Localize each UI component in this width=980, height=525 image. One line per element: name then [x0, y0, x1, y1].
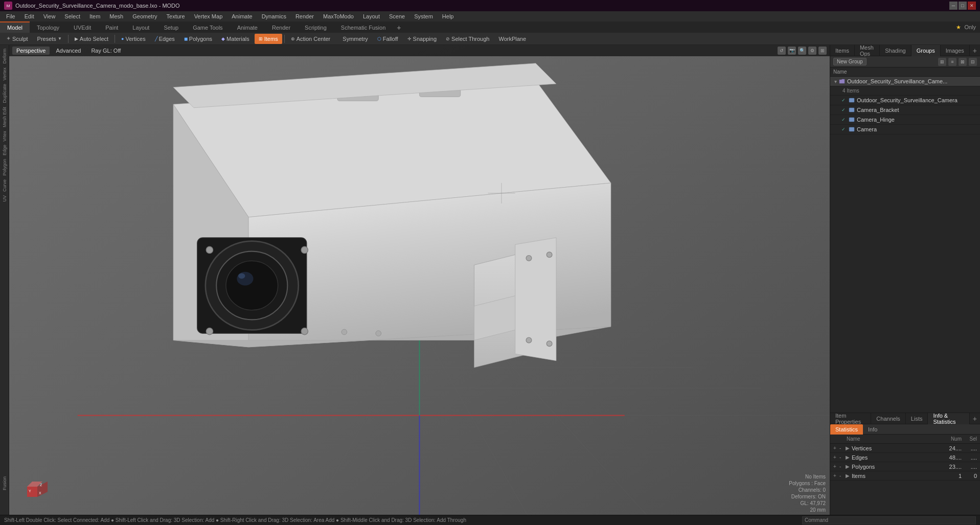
add-panel-tab[interactable]: + [970, 45, 980, 56]
vp-tab-advanced[interactable]: Advanced [52, 47, 85, 55]
materials-button[interactable]: ◆ Materials [217, 34, 254, 44]
3d-viewport[interactable]: Perspective Advanced Ray GL: Off ↺ 📷 🔍 ⚙… [9, 45, 830, 515]
snapping-button[interactable]: ✛ Snapping [403, 34, 441, 44]
menu-help[interactable]: Help [438, 12, 458, 20]
group-item-1[interactable]: ✓ Outdoor_Security_Surveillance_Camera [830, 96, 980, 105]
close-button[interactable]: ✕ [968, 2, 976, 10]
tab-animate[interactable]: Animate [230, 21, 265, 33]
edges-button[interactable]: ╱ Edges [151, 34, 179, 44]
action-center-button[interactable]: ⊕ Action Center [287, 34, 335, 44]
stats-edges-row[interactable]: + - ▶ Edges 48.... .... [830, 453, 980, 462]
menu-texture[interactable]: Texture [163, 12, 189, 20]
sidebar-mesh-edit[interactable]: Mesh Edit [2, 105, 8, 129]
stats-chevron-edges[interactable]: ▶ [846, 454, 852, 460]
sidebar-duplicate[interactable]: Duplicate [2, 82, 8, 105]
stats-chevron-polygons[interactable]: ▶ [846, 464, 852, 469]
menu-geometry[interactable]: Geometry [128, 12, 161, 20]
tab-item-properties[interactable]: Item Properties [830, 413, 871, 424]
vp-tab-raygl[interactable]: Ray GL: Off [87, 47, 125, 55]
polygons-button[interactable]: ◼ Polygons [180, 34, 216, 44]
new-group-button[interactable]: New Group [833, 58, 867, 65]
command-input[interactable]: Command [802, 516, 976, 524]
stats-chevron-vertices[interactable]: ▶ [846, 445, 852, 451]
sidebar-vertex[interactable]: Vertex [2, 66, 8, 82]
check-icon-4[interactable]: ✓ [840, 126, 847, 132]
check-icon-3[interactable]: ✓ [840, 117, 847, 123]
stats-expand-items[interactable]: + [833, 473, 839, 478]
menu-vertex-map[interactable]: Vertex Map [190, 12, 227, 20]
check-icon-2[interactable]: ✓ [840, 107, 847, 113]
menu-select[interactable]: Select [60, 12, 84, 20]
stats-arrow-edges[interactable]: - [839, 454, 846, 460]
tab-scripting[interactable]: Scripting [298, 21, 334, 33]
vp-icon-settings[interactable]: ⚙ [808, 47, 816, 55]
select-through-button[interactable]: ⊘ Select Through [442, 34, 493, 44]
auto-select-button[interactable]: ▶ Auto Select [71, 34, 112, 44]
menu-edit[interactable]: Edit [20, 12, 38, 20]
group-item-2[interactable]: ✓ Camera_Bracket [830, 105, 980, 115]
tab-info-statistics[interactable]: Info & Statistics [928, 413, 969, 424]
menu-maxtomode[interactable]: MaxToModo [319, 12, 358, 20]
check-icon-1[interactable]: ✓ [840, 97, 847, 103]
menu-layout[interactable]: Layout [359, 12, 384, 20]
falloff-button[interactable]: ⬡ Falloff [373, 34, 402, 44]
tab-items[interactable]: Items [830, 45, 855, 56]
sidebar-deform[interactable]: Deform [2, 47, 8, 65]
workplane-button[interactable]: WorkPlane [494, 34, 530, 44]
tab-shading[interactable]: Shading [880, 45, 911, 56]
menu-dynamics[interactable]: Dynamics [258, 12, 290, 20]
sculpt-button[interactable]: ✦ Sculpt [2, 34, 32, 44]
tab-images[interactable]: Images [941, 45, 970, 56]
minimize-button[interactable]: ─ [949, 2, 958, 10]
menu-mesh[interactable]: Mesh [105, 12, 127, 20]
symmetry-button[interactable]: Symmetry [335, 34, 372, 44]
stats-arrow-polygons[interactable]: - [839, 464, 846, 469]
vp-icon-expand[interactable]: ⊞ [818, 47, 827, 55]
tab-add[interactable]: + [393, 21, 405, 33]
tab-groups[interactable]: Groups [911, 45, 941, 56]
vertices-button[interactable]: ● Vertices [117, 34, 150, 44]
group-root[interactable]: ▾ Outdoor_Security_Surveillance_Came... [830, 77, 980, 86]
stats-arrow-items[interactable]: - [839, 473, 846, 478]
group-item-3[interactable]: ✓ Camera_Hinge [830, 115, 980, 125]
sidebar-polygon[interactable]: Polygon [2, 157, 8, 177]
items-button[interactable]: ⊞ Items [255, 34, 282, 44]
tab-game-tools[interactable]: Game Tools [186, 21, 230, 33]
sidebar-vertex2[interactable]: Vrtex [2, 129, 8, 143]
sidebar-edge[interactable]: Edge [2, 143, 8, 157]
add-bottom-tab[interactable]: + [970, 414, 980, 424]
tab-lists[interactable]: Lists [906, 413, 928, 424]
menu-scene[interactable]: Scene [385, 12, 409, 20]
stats-expand-vertices[interactable]: + [833, 445, 839, 451]
maximize-button[interactable]: □ [959, 2, 967, 10]
stats-subtab-statistics[interactable]: Statistics [830, 424, 863, 435]
sidebar-fusion[interactable]: Fusion [2, 475, 8, 492]
tab-render[interactable]: Render [265, 21, 298, 33]
stats-chevron-items[interactable]: ▶ [846, 473, 852, 478]
vp-tab-perspective[interactable]: Perspective [12, 47, 50, 55]
stats-items-row[interactable]: + - ▶ Items 1 0 [830, 471, 980, 481]
vp-icon-zoom[interactable]: 🔍 [798, 47, 806, 55]
sidebar-uv[interactable]: UV [2, 194, 8, 203]
menu-view[interactable]: View [39, 12, 60, 20]
menu-animate[interactable]: Animate [227, 12, 256, 20]
stats-subtab-info[interactable]: Info [863, 424, 882, 435]
tab-paint[interactable]: Paint [98, 21, 125, 33]
groups-icon-2[interactable]: ≡ [948, 58, 956, 66]
expand-icon[interactable]: ▾ [832, 78, 838, 84]
menu-file[interactable]: File [2, 12, 19, 20]
tab-mesh-ops[interactable]: Mesh Ops [855, 45, 880, 56]
tab-layout[interactable]: Layout [125, 21, 156, 33]
stats-expand-edges[interactable]: + [833, 454, 839, 460]
vp-icon-refresh[interactable]: ↺ [778, 47, 786, 55]
stats-expand-polygons[interactable]: + [833, 464, 839, 469]
presets-button[interactable]: Presets ▼ [33, 34, 66, 44]
stats-polygons-row[interactable]: + - ▶ Polygons 23.... .... [830, 462, 980, 471]
groups-icon-4[interactable]: ⊟ [969, 58, 977, 66]
tab-channels[interactable]: Channels [871, 413, 905, 424]
vp-icon-camera[interactable]: 📷 [788, 47, 796, 55]
tab-topology[interactable]: Topology [30, 21, 66, 33]
groups-icon-1[interactable]: ⊞ [938, 58, 946, 66]
menu-item[interactable]: Item [85, 12, 104, 20]
stats-arrow-vertices[interactable]: - [839, 445, 846, 451]
